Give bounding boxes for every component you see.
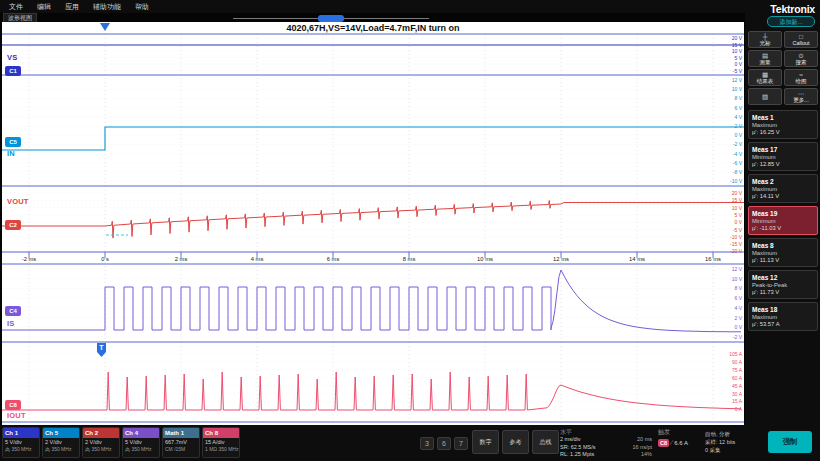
time-axis-label: 10 ms <box>477 256 493 262</box>
trigger-flag-label: T <box>99 344 104 351</box>
horizontal-value: SR: 62.5 MS/s <box>560 444 595 452</box>
add-new-button[interactable]: 添加新... <box>767 16 815 27</box>
scale-label: 6 V <box>734 105 742 111</box>
channel-badge-c4[interactable]: C4 <box>5 306 21 316</box>
channel-3-button[interactable]: 3 <box>420 437 434 450</box>
acquisition-info-line: 0 采集 <box>705 446 765 454</box>
measurement-badge-meas-8[interactable]: Meas 8Maximumμ': 11.13 V <box>748 238 818 267</box>
scale-label: 30 A <box>732 391 743 397</box>
measurement-badge-meas-12[interactable]: Meas 12Peak-to-Peakμ': 11.73 V <box>748 270 818 299</box>
search-button[interactable]: ⊙搜索 <box>784 50 818 67</box>
horizontal-title: 水平 <box>560 428 652 436</box>
waveform-view-tab[interactable]: 波形视图 <box>3 13 37 22</box>
channel-label-vs: VS <box>7 53 17 62</box>
menu-item[interactable]: 辅助功能 <box>86 0 128 13</box>
menu-item[interactable]: 文件 <box>2 0 30 13</box>
horizontal-value: RL: 1.25 Mpts <box>560 451 594 459</box>
trigger-title: 触发 <box>658 428 702 436</box>
channel-settings-badge-ch-1[interactable]: Ch 15 V/div高 350 MHz <box>2 427 40 458</box>
channel-settings-badge-ch-4[interactable]: Ch 45 V/div高 350 MHz <box>122 427 160 458</box>
vout-waveform <box>2 201 744 239</box>
time-axis-label: 12 ms <box>553 256 569 262</box>
trigger-panel[interactable]: 触发 C8 ∕ 6.6 A <box>658 428 702 447</box>
channel-badge-c1[interactable]: C1 <box>5 66 21 76</box>
channel-settings-badge-ch-5[interactable]: Ch 52 V/div高 350 MHz <box>42 427 80 458</box>
bottom-tool-buttons: 数字参考总线 <box>472 430 559 454</box>
tektronix-logo: Tektronix <box>770 3 815 15</box>
plot-button-label: 绘图 <box>796 78 807 85</box>
bottom-tool-button[interactable]: 数字 <box>472 430 499 454</box>
time-axis-label: -2 ms <box>22 256 37 262</box>
force-trigger-button[interactable]: 强制 <box>768 431 812 453</box>
channel-settings-badge-ch-2[interactable]: Ch 22 V/div高 350 MHz <box>82 427 120 458</box>
trigger-level-value: 6.6 A <box>674 440 688 446</box>
scale-label: 10 V <box>732 205 743 211</box>
plot-button[interactable]: ≈绘图 <box>784 69 818 86</box>
scale-label: -10 V <box>730 178 743 184</box>
scale-label: 90 A <box>732 359 743 365</box>
oscilloscope-screen: 文件编辑应用辅助功能帮助 波形视图 20 V15 V10 V5 V0 V-5 V… <box>0 0 820 461</box>
channel-badge-c8[interactable]: C8 <box>5 400 21 410</box>
waveform-canvas[interactable]: 20 V15 V10 V5 V0 V-5 V12 V10 V8 V6 V4 V2… <box>2 22 744 425</box>
menu-item[interactable]: 帮助 <box>128 0 156 13</box>
annotation-button[interactable]: ▧ <box>748 88 782 105</box>
in-waveform <box>2 127 744 150</box>
results-table-icon: ▦ <box>762 71 768 78</box>
cursor-icon: ┼ <box>763 33 768 40</box>
time-axis-label: 2 ms <box>175 256 188 262</box>
channel-label-iout: IOUT <box>7 411 26 420</box>
menu-item[interactable]: 应用 <box>58 0 86 13</box>
scale-label: -8 V <box>733 169 743 175</box>
results-table-button-label: 结果表 <box>757 78 774 85</box>
measurement-badge-meas-1[interactable]: Meas 1Maximumμ': 16.25 V <box>748 110 818 139</box>
is-waveform <box>2 270 741 332</box>
cursors-button-label: 光标 <box>760 40 771 47</box>
panel-button-grid: ┼光标□Callout▤测量⊙搜索▦结果表≈绘图▧⋯更多... <box>748 31 818 105</box>
measure-button[interactable]: ▤测量 <box>748 50 782 67</box>
bottom-tool-button[interactable]: 参考 <box>502 430 529 454</box>
acquisition-info-line: 自动, 分析 <box>705 430 765 438</box>
scale-label: 6 V <box>734 295 742 301</box>
scale-label: 8 V <box>734 95 742 101</box>
scale-label: 12 V <box>732 77 743 83</box>
trigger-source-badge[interactable]: C8 <box>658 439 669 447</box>
cursors-button[interactable]: ┼光标 <box>748 31 782 48</box>
more-button[interactable]: ⋯更多... <box>784 88 818 105</box>
horizontal-value: 2 ms/div <box>560 436 580 444</box>
horizontal-position-slider[interactable] <box>233 15 429 22</box>
scale-label: -2 V <box>733 334 743 340</box>
channel-badge-c2[interactable]: C2 <box>5 220 21 230</box>
channel-6-button[interactable]: 6 <box>437 437 451 450</box>
channel-settings-badge-math-1[interactable]: Math 1667.7mVCM /15M <box>162 427 200 458</box>
scale-label: 10 V <box>732 86 743 92</box>
acquisition-panel[interactable]: 自动, 分析采样: 12 bits0 采集 <box>705 430 765 454</box>
scale-label: 60 A <box>732 375 743 381</box>
scale-label: 20 V <box>732 35 743 41</box>
measurement-badge-meas-17[interactable]: Meas 17Minimumμ': 12.85 V <box>748 142 818 171</box>
results-table-button[interactable]: ▦结果表 <box>748 69 782 86</box>
time-axis-label: 6 ms <box>327 256 340 262</box>
bottom-tool-button[interactable]: 总线 <box>532 430 559 454</box>
measure-button-label: 测量 <box>760 59 771 66</box>
channel-7-button[interactable]: 7 <box>454 437 468 450</box>
measurement-badge-meas-19[interactable]: Meas 19Minimumμ': -11.03 V <box>748 206 818 235</box>
scale-label: 2 V <box>734 123 742 129</box>
annotation-title: 4020,67H,VS=14V,Load=4.7mF,IN turn on <box>2 23 744 33</box>
scale-label: 2 V <box>734 315 742 321</box>
horizontal-info-row: RL: 1.25 Mpts14% <box>560 451 652 459</box>
measurement-badge-meas-2[interactable]: Meas 2Maximumμ': 14.11 V <box>748 174 818 203</box>
scale-label: 8 V <box>734 285 742 291</box>
slider-handle[interactable] <box>318 15 344 22</box>
scale-label: -2 V <box>733 141 743 147</box>
scale-label: 20 V <box>732 190 743 196</box>
horizontal-panel[interactable]: 水平 2 ms/div20 msSR: 62.5 MS/s16 ns/ptRL:… <box>560 428 652 459</box>
channel-badge-c5[interactable]: C5 <box>5 137 21 147</box>
scale-label: 12 V <box>732 266 743 272</box>
horizontal-info-row: 2 ms/div20 ms <box>560 436 652 444</box>
menu-item[interactable]: 编辑 <box>30 0 58 13</box>
scale-label: 0 V <box>734 219 742 225</box>
channel-settings-badge-ch-8[interactable]: Ch 815 A/div1 MΩ 350 MHz <box>202 427 240 458</box>
measurement-badge-meas-18[interactable]: Meas 18Maximumμ': 53.57 A <box>748 302 818 331</box>
callout-button[interactable]: □Callout <box>784 31 818 48</box>
waveform-display[interactable]: 20 V15 V10 V5 V0 V-5 V12 V10 V8 V6 V4 V2… <box>2 22 744 425</box>
